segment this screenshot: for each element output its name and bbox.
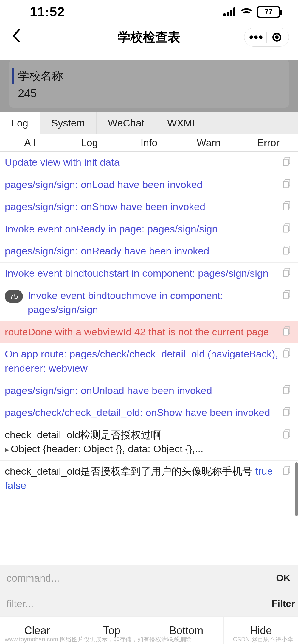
svg-rect-1 [227, 12, 229, 16]
footer-watermark: www.toymoban.com 网络图片仅供展示，非存储，如有侵权请联系删除。… [0, 635, 298, 643]
capsule-separator [266, 32, 267, 43]
vconsole-sub-tabs: All Log Info Warn Error [0, 134, 298, 152]
log-row[interactable]: Invoke event bindtouchstart in component… [0, 263, 298, 285]
copy-icon[interactable] [283, 290, 293, 302]
copy-icon[interactable] [283, 385, 293, 397]
log-row[interactable]: On app route: pages/check/check_detail_o… [0, 343, 298, 380]
log-row[interactable]: check_detail_old是否授权拿到了用户的头像昵称手机号 true f… [0, 461, 298, 497]
svg-rect-15 [283, 270, 288, 276]
footer-right: CSDN @百思不得小李 [233, 635, 293, 643]
wifi-icon [240, 7, 253, 16]
log-message: routeDone with a webviewId 42 that is no… [5, 325, 279, 339]
log-message: pages/sign/sign: onReady have been invok… [5, 244, 279, 258]
vconsole-inputs: OK Filter [0, 565, 298, 617]
log-object[interactable]: ▸Object {header: Object {}, data: Object… [5, 442, 279, 456]
subtab-warn[interactable]: Warn [179, 134, 238, 151]
command-row: OK [0, 565, 298, 591]
tab-wxml[interactable]: WXML [156, 112, 209, 134]
svg-rect-2 [230, 10, 232, 16]
vconsole-panel: Log System WeChat WXML All Log Info Warn… [0, 112, 298, 644]
log-row[interactable]: Invoke event onReady in page: pages/sign… [0, 218, 298, 241]
copy-icon[interactable] [283, 407, 293, 419]
back-button[interactable] [9, 29, 24, 45]
filter-input[interactable] [0, 591, 268, 616]
boolean-value: true [255, 465, 273, 477]
nav-bar: 学校检查表 ••• [0, 24, 298, 51]
svg-rect-29 [283, 468, 288, 474]
log-message: check_detail_old是否授权拿到了用户的头像昵称手机号 true f… [5, 464, 279, 493]
log-row[interactable]: Update view with init data [0, 152, 298, 174]
ok-button[interactable]: OK [268, 565, 298, 591]
svg-rect-5 [283, 159, 288, 166]
copy-icon[interactable] [283, 179, 293, 191]
log-row[interactable]: pages/check/check_detail_old: onShow hav… [0, 402, 298, 424]
log-row[interactable]: check_detail_old检测是否授权过啊▸Object {header:… [0, 424, 298, 461]
target-icon [272, 33, 281, 42]
battery-icon: 77 [257, 6, 280, 18]
log-row[interactable]: 75Invoke event bindtouchmove in componen… [0, 285, 298, 321]
log-row[interactable]: pages/sign/sign: onReady have been invok… [0, 240, 298, 263]
copy-icon[interactable] [283, 201, 293, 213]
log-message: pages/check/check_detail_old: onShow hav… [5, 406, 279, 420]
log-message: pages/sign/sign: onUnload have been invo… [5, 384, 279, 398]
tab-system[interactable]: System [40, 112, 97, 134]
copy-icon[interactable] [283, 157, 293, 168]
status-time: 11:52 [30, 4, 65, 19]
copy-icon[interactable] [283, 429, 293, 441]
capsule-menu-button[interactable]: ••• [247, 28, 265, 46]
log-message: Invoke event bindtouchstart in component… [5, 266, 279, 281]
svg-rect-21 [283, 351, 288, 357]
svg-rect-9 [283, 204, 288, 210]
svg-rect-3 [233, 7, 235, 16]
svg-rect-27 [283, 432, 288, 438]
expand-caret-icon[interactable]: ▸ [5, 445, 9, 454]
log-message: Invoke event bindtouchmove in component:… [28, 289, 279, 317]
log-count-badge: 75 [5, 290, 23, 303]
svg-rect-0 [224, 13, 226, 16]
capsule-close-button[interactable] [268, 28, 286, 46]
svg-rect-11 [283, 226, 288, 232]
svg-rect-25 [283, 409, 288, 416]
log-message: Invoke event onReady in page: pages/sign… [5, 222, 279, 236]
tab-log[interactable]: Log [0, 112, 40, 134]
filter-row: Filter [0, 591, 298, 617]
tab-wechat[interactable]: WeChat [97, 112, 156, 134]
copy-icon[interactable] [283, 223, 293, 235]
log-message: Update view with init data [5, 155, 279, 170]
log-message: check_detail_old检测是否授权过啊▸Object {header:… [5, 428, 279, 456]
footer-left: www.toymoban.com 网络图片仅供展示，非存储，如有侵权请联系删除。 [5, 635, 197, 643]
status-bar: 11:52 77 [0, 0, 298, 24]
log-row[interactable]: pages/sign/sign: onLoad have been invoke… [0, 174, 298, 196]
scrollbar-thumb[interactable] [295, 462, 298, 516]
subtab-log[interactable]: Log [60, 134, 119, 151]
boolean-value: false [5, 480, 26, 491]
copy-icon[interactable] [283, 326, 293, 338]
cellular-signal-icon [224, 7, 236, 16]
log-row[interactable]: routeDone with a webviewId 42 that is no… [0, 321, 298, 344]
copy-icon[interactable] [283, 465, 293, 477]
svg-rect-19 [283, 329, 288, 335]
subtab-info[interactable]: Info [119, 134, 179, 151]
more-icon: ••• [249, 34, 263, 40]
log-message: pages/sign/sign: onLoad have been invoke… [5, 178, 279, 192]
subtab-error[interactable]: Error [238, 134, 298, 151]
miniprogram-capsule: ••• [244, 28, 289, 47]
command-input[interactable] [0, 565, 268, 591]
copy-icon[interactable] [283, 268, 293, 279]
vconsole-log-list[interactable]: Update view with init datapages/sign/sig… [0, 152, 298, 565]
log-row[interactable]: pages/sign/sign: onShow have been invoke… [0, 196, 298, 218]
log-row[interactable]: pages/sign/sign: onUnload have been invo… [0, 380, 298, 402]
vconsole-main-tabs: Log System WeChat WXML [0, 112, 298, 134]
subtab-all[interactable]: All [0, 134, 60, 151]
svg-rect-13 [283, 248, 288, 254]
status-indicators: 77 [224, 6, 280, 18]
filter-button[interactable]: Filter [268, 591, 298, 616]
svg-rect-23 [283, 387, 288, 394]
copy-icon[interactable] [283, 245, 293, 257]
log-message: pages/sign/sign: onShow have been invoke… [5, 200, 279, 214]
copy-icon[interactable] [283, 348, 293, 360]
svg-rect-17 [283, 292, 288, 299]
log-message: On app route: pages/check/check_detail_o… [5, 347, 279, 375]
svg-rect-7 [283, 181, 288, 188]
